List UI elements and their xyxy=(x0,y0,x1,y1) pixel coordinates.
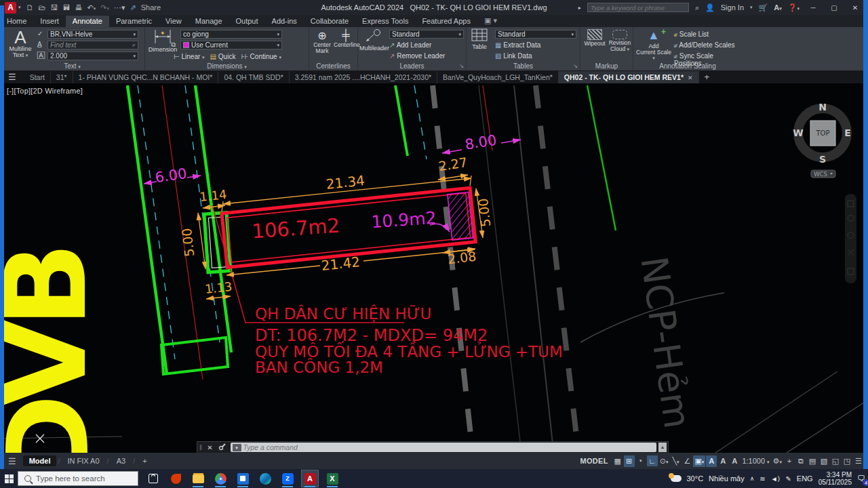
link-data-button[interactable]: ▧ Link Data xyxy=(495,52,532,60)
magnifier-icon[interactable]: ⌕ xyxy=(132,41,136,49)
annotation-scale-icon[interactable]: 𝐀 xyxy=(729,455,740,467)
isolate-objects-icon[interactable]: ◱ xyxy=(830,455,841,467)
qat-more-icon[interactable]: ⋯▾ xyxy=(114,3,125,12)
taskbar-autocad-icon[interactable]: A xyxy=(302,470,318,487)
file-tab-start[interactable]: Start xyxy=(24,71,51,83)
share-button[interactable]: Share xyxy=(141,3,161,12)
new-layout-icon[interactable]: + xyxy=(136,455,153,466)
dropdown-icon[interactable]: ▾ xyxy=(750,5,753,10)
wipeout-button[interactable]: Wipeout xyxy=(583,29,607,47)
file-tab-qhtmb[interactable]: 04. QH TMB SDD* xyxy=(218,71,289,83)
viewcube-north[interactable]: N xyxy=(818,102,827,113)
taskbar-zalo-icon[interactable]: Z xyxy=(279,470,296,487)
keyword-search-input[interactable] xyxy=(587,3,689,12)
isodraft-icon[interactable]: ╲▾ xyxy=(670,455,681,467)
workspace-gear-icon[interactable]: ⚙▾ xyxy=(772,455,783,467)
panel-title-tables[interactable]: Tables xyxy=(467,62,580,70)
tab-featured-apps[interactable]: Featured Apps xyxy=(415,16,477,27)
customization-icon[interactable]: ☰ xyxy=(853,455,864,467)
ortho-icon[interactable]: ∟ xyxy=(647,455,658,466)
ribbon-display-toggle-icon[interactable]: ▣ ▾ xyxy=(477,15,504,27)
panel-title-dimensions[interactable]: Dimensions ▾ xyxy=(145,62,309,70)
customize-wrench-icon[interactable] xyxy=(216,443,229,452)
weather-icon[interactable] xyxy=(671,475,682,482)
file-tab-phanvung[interactable]: 1- PHAN VUNG QHC...N BCHANH - MOI* xyxy=(73,71,219,83)
text-style-select[interactable]: BR.VNI-Helve▾ xyxy=(47,30,138,39)
weather-desc[interactable]: Nhiều mây xyxy=(709,474,745,483)
command-bar[interactable]: ‖ ✕ ▾ ▴ xyxy=(197,441,669,453)
table-style-select[interactable]: Standard▾ xyxy=(495,30,576,39)
taskbar-app-red-icon[interactable] xyxy=(167,470,184,487)
file-tab-32591[interactable]: 3.2591 nam 2025 ....HCHANH_2021-2030* xyxy=(290,71,437,83)
command-close-icon[interactable]: ✕ xyxy=(204,444,215,451)
polar-tracking-icon[interactable]: ⊙▾ xyxy=(658,455,670,467)
add-current-scale-button[interactable]: ▲+ AddCurrent Scale ▾ xyxy=(636,28,671,62)
layout-menu-icon[interactable]: ☰ xyxy=(8,456,16,466)
text-height-select[interactable]: 2.000▾ xyxy=(47,52,138,60)
panel-title-text[interactable]: Text ▾ xyxy=(0,62,144,70)
tab-addins[interactable]: Add-ins xyxy=(265,16,304,27)
annotation-monitor-icon[interactable]: + xyxy=(784,455,795,466)
add-leader-button[interactable]: ↗ Add Leader xyxy=(389,41,431,49)
object-snap-tracking-icon[interactable]: ∠ xyxy=(682,455,692,467)
planning-note[interactable]: QH DÂN CƯ HIỆN HỮU DT: 106.7M2 - MDXD= 9… xyxy=(255,304,563,376)
tab-express-tools[interactable]: Express Tools xyxy=(355,16,415,27)
autocad-logo-icon[interactable]: A xyxy=(5,2,16,14)
center-mark-button[interactable]: ⊕ CenterMark xyxy=(311,29,334,54)
scale-list-button[interactable]: ⸙ Scale List xyxy=(674,30,709,38)
clock[interactable]: 3:34 PM05/11/2025 xyxy=(818,471,852,486)
recent-commands-icon[interactable]: ▾ xyxy=(233,444,241,451)
tables-dialog-launcher-icon[interactable]: ↘ xyxy=(573,63,578,69)
taskbar-photos-icon[interactable] xyxy=(235,470,251,487)
notification-icon[interactable]: 🗨4 xyxy=(857,474,865,483)
layout-tab-model[interactable]: Model xyxy=(23,455,57,466)
panel-title-leaders[interactable]: Leaders xyxy=(358,62,466,70)
saveas-icon[interactable]: 🖬 xyxy=(63,3,71,12)
tab-collaborate[interactable]: Collaborate xyxy=(304,16,355,27)
current-scale-value[interactable]: 1:1000 ▾ xyxy=(741,455,770,466)
area-label-hatch[interactable]: 10.9m2 xyxy=(371,208,437,232)
viewcube-east[interactable]: E xyxy=(844,127,851,138)
spell-check-icon[interactable]: ✓ xyxy=(37,30,43,37)
undo-icon[interactable]: ↶▾ xyxy=(87,3,96,12)
tab-home[interactable]: Home xyxy=(0,16,33,27)
layout-tab-a3[interactable]: A3 xyxy=(111,455,132,466)
save-icon[interactable]: 🖫 xyxy=(51,3,58,12)
annotation-visibility-icon[interactable]: 𝐀 xyxy=(706,455,717,467)
centerline-button[interactable]: ╪ Centerline xyxy=(334,29,358,48)
find-text-icon[interactable]: A̲ xyxy=(37,41,42,48)
units-icon[interactable]: ⧉ xyxy=(795,455,806,467)
leader-style-select[interactable]: Standard▾ xyxy=(389,30,464,39)
snap-icon[interactable]: ⊞ xyxy=(624,455,635,467)
tab-annotate[interactable]: Annotate xyxy=(66,16,109,27)
object-snap-icon[interactable]: ▣▾ xyxy=(693,455,705,467)
tab-output[interactable]: Output xyxy=(229,16,265,27)
file-tab-31[interactable]: 31* xyxy=(51,71,73,83)
hatched-setback-area[interactable] xyxy=(448,192,473,240)
close-button[interactable]: ✕ xyxy=(848,4,863,12)
new-tab-icon[interactable]: + xyxy=(699,72,715,82)
tab-view[interactable]: View xyxy=(159,16,189,27)
remove-leader-button[interactable]: ↗ Remove Leader xyxy=(389,52,445,60)
search-icon[interactable]: ⌕ xyxy=(695,3,699,12)
add-delete-scales-button[interactable]: ⸙ Add/Delete Scales xyxy=(674,41,735,49)
viewport-controls[interactable]: [-][Top][2D Wireframe] xyxy=(7,87,83,95)
graphics-performance-icon[interactable]: ◳ xyxy=(842,455,852,467)
close-tab-icon[interactable]: ✕ xyxy=(688,75,693,81)
autoscale-icon[interactable]: 𝐀 xyxy=(717,455,728,467)
navigation-bar[interactable] xyxy=(845,194,856,283)
extract-data-button[interactable]: ▦ Extract Data xyxy=(495,41,540,49)
layout-tab-infixa0[interactable]: IN FIX A0 xyxy=(62,455,106,466)
drawing-canvas[interactable]: 21.34 21.42 1.14 1.13 5.00 5.00 2.08 2.2… xyxy=(0,83,868,453)
dropdown-icon[interactable]: ▾ xyxy=(18,5,21,10)
linear-dim-button[interactable]: ⊢ Linear ▾ xyxy=(174,53,205,60)
cart-icon[interactable]: 🛒 xyxy=(759,3,768,12)
leaders-dialog-launcher-icon[interactable]: ↘ xyxy=(459,63,464,69)
command-input-wrap[interactable]: ▾ xyxy=(231,443,656,452)
sign-in-button[interactable]: Sign In xyxy=(721,3,744,12)
annotative-icon[interactable]: 🄰 xyxy=(37,52,45,60)
tab-insert[interactable]: Insert xyxy=(33,16,66,27)
open-folder-icon[interactable]: 🗁 xyxy=(39,3,46,12)
language-indicator[interactable]: ENG xyxy=(797,474,813,483)
road-dashed-markings[interactable] xyxy=(433,85,578,447)
